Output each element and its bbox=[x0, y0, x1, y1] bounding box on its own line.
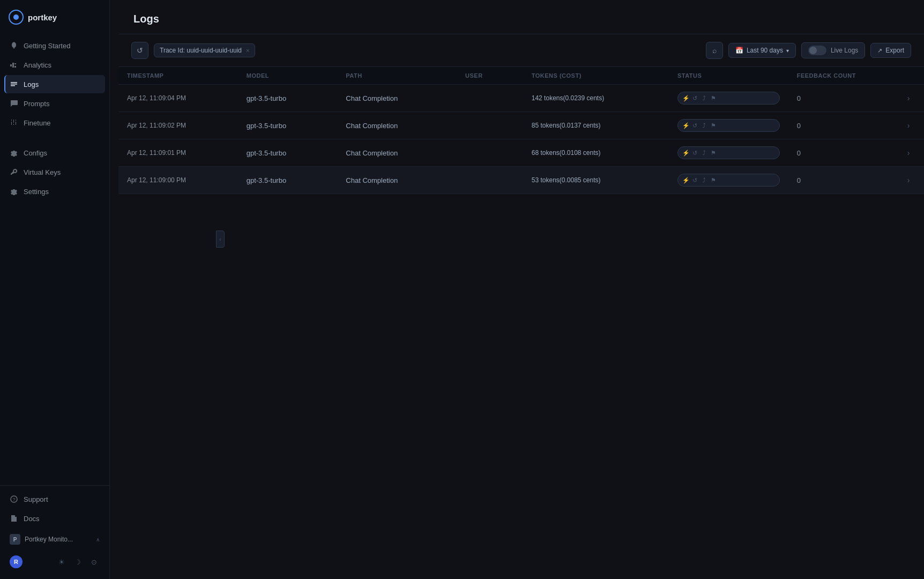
date-range-picker[interactable]: 📅 Last 90 days ▾ bbox=[728, 43, 796, 58]
header-tokens: TOKENS (COST) bbox=[523, 67, 669, 85]
refresh-button[interactable]: ↺ bbox=[131, 42, 148, 59]
row-2-status: ⚡ ↺ ⤴ ⚑ bbox=[669, 139, 788, 167]
sidebar-item-virtual-keys[interactable]: Virtual Keys bbox=[4, 163, 105, 181]
sidebar-bottom: ? Support Docs P Portkey Monito... ∧ R ☀… bbox=[0, 485, 109, 579]
sidebar-item-docs[interactable]: Docs bbox=[4, 509, 105, 528]
workspace-chevron-icon: ∧ bbox=[96, 537, 100, 543]
chevron-right-icon: › bbox=[903, 94, 910, 102]
user-row[interactable]: R ☀ ☽ ⊙ bbox=[4, 551, 105, 573]
filter-close-icon[interactable]: × bbox=[246, 47, 249, 54]
row-2-arrow[interactable]: › bbox=[895, 139, 924, 167]
search-button[interactable]: ⌕ bbox=[706, 42, 723, 59]
table-row[interactable]: Apr 12, 11:09:02 PM gpt-3.5-turbo Chat C… bbox=[118, 112, 924, 139]
row-0-arrow[interactable]: › bbox=[895, 85, 924, 112]
share-icon: ⤴ bbox=[701, 122, 708, 129]
chevron-right-icon: › bbox=[903, 176, 910, 184]
table-row[interactable]: Apr 12, 11:09:04 PM gpt-3.5-turbo Chat C… bbox=[118, 85, 924, 112]
row-1-status: ⚡ ↺ ⤴ ⚑ bbox=[669, 112, 788, 139]
theme-system-icon[interactable]: ⊙ bbox=[88, 556, 100, 568]
row-2-path: Chat Completion bbox=[337, 139, 457, 167]
key-icon bbox=[10, 168, 18, 176]
bolt-icon: ⚡ bbox=[682, 176, 690, 184]
chevron-right-icon: › bbox=[903, 121, 910, 130]
reload-icon: ↺ bbox=[691, 176, 699, 184]
reload-icon: ↺ bbox=[691, 122, 699, 129]
row-0-timestamp: Apr 12, 11:09:04 PM bbox=[118, 85, 238, 112]
share-icon: ⤴ bbox=[701, 176, 708, 184]
flag-icon: ⚑ bbox=[710, 176, 717, 184]
toggle-thumb bbox=[809, 47, 817, 54]
row-2-timestamp: Apr 12, 11:09:01 PM bbox=[118, 139, 238, 167]
row-0-user bbox=[457, 85, 523, 112]
svg-text:?: ? bbox=[13, 497, 16, 502]
row-2-tokens: 68 tokens(0.0108 cents) bbox=[523, 139, 669, 167]
logo-text: portkey bbox=[28, 13, 57, 22]
row-0-path: Chat Completion bbox=[337, 85, 457, 112]
main-content: Logs ↺ Trace Id: uuid-uuid-uuid-uuid × ⌕… bbox=[118, 0, 924, 579]
row-1-arrow[interactable]: › bbox=[895, 112, 924, 139]
header-model: MODEL bbox=[238, 67, 338, 85]
table-row[interactable]: Apr 12, 11:09:00 PM gpt-3.5-turbo Chat C… bbox=[118, 167, 924, 194]
table-header: TIMESTAMP MODEL PATH USER TOKENS (COST) bbox=[118, 67, 924, 85]
sidebar-item-logs[interactable]: Logs bbox=[4, 75, 105, 93]
export-label: Export bbox=[885, 47, 904, 54]
config-icon bbox=[10, 149, 18, 157]
logo[interactable]: portkey bbox=[0, 0, 109, 34]
sidebar-item-settings-label: Settings bbox=[24, 188, 49, 196]
sidebar-collapse-wrapper: ‹ bbox=[110, 0, 118, 579]
sidebar-item-support[interactable]: ? Support bbox=[4, 490, 105, 508]
row-1-path: Chat Completion bbox=[337, 112, 457, 139]
search-icon: ⌕ bbox=[712, 46, 717, 55]
row-0-model: gpt-3.5-turbo bbox=[238, 85, 338, 112]
row-3-user bbox=[457, 167, 523, 194]
sidebar-item-finetune[interactable]: Finetune bbox=[4, 114, 105, 132]
sidebar-collapse-button[interactable]: ‹ bbox=[216, 231, 225, 248]
header-arrow bbox=[895, 67, 924, 85]
theme-moon-icon[interactable]: ☽ bbox=[72, 556, 84, 568]
sidebar-item-configs[interactable]: Configs bbox=[4, 144, 105, 162]
support-icon: ? bbox=[10, 495, 18, 503]
header-timestamp: TIMESTAMP bbox=[118, 67, 238, 85]
sidebar-item-settings[interactable]: Settings bbox=[4, 182, 105, 201]
sidebar-item-analytics[interactable]: Analytics bbox=[4, 56, 105, 74]
status-pill[interactable]: ⚡ ↺ ⤴ ⚑ bbox=[677, 146, 780, 159]
logs-table-container: TIMESTAMP MODEL PATH USER TOKENS (COST) bbox=[118, 67, 924, 579]
table-row[interactable]: Apr 12, 11:09:01 PM gpt-3.5-turbo Chat C… bbox=[118, 139, 924, 167]
workspace-name: Portkey Monito... bbox=[25, 536, 92, 543]
logs-table: TIMESTAMP MODEL PATH USER TOKENS (COST) bbox=[118, 67, 924, 194]
chevron-right-icon: › bbox=[903, 149, 910, 157]
sidebar-item-getting-started[interactable]: Getting Started bbox=[4, 36, 105, 55]
row-1-tokens: 85 tokens(0.0137 cents) bbox=[523, 112, 669, 139]
page-title: Logs bbox=[133, 13, 909, 25]
row-3-path: Chat Completion bbox=[337, 167, 457, 194]
reload-icon: ↺ bbox=[691, 94, 699, 102]
workspace-selector[interactable]: P Portkey Monito... ∧ bbox=[4, 530, 105, 549]
sidebar-item-configs-label: Configs bbox=[24, 149, 47, 157]
row-3-arrow[interactable]: › bbox=[895, 167, 924, 194]
trace-filter-chip[interactable]: Trace Id: uuid-uuid-uuid-uuid × bbox=[154, 43, 255, 57]
chart-icon bbox=[10, 61, 18, 69]
theme-sun-icon[interactable]: ☀ bbox=[56, 556, 68, 568]
status-pill[interactable]: ⚡ ↺ ⤴ ⚑ bbox=[677, 92, 780, 105]
rocket-icon bbox=[10, 41, 18, 50]
sidebar-nav: Getting Started Analytics Logs Prompts F… bbox=[0, 34, 109, 485]
sidebar-item-prompts[interactable]: Prompts bbox=[4, 94, 105, 113]
row-2-feedback: 0 bbox=[788, 139, 895, 167]
row-0-feedback: 0 bbox=[788, 85, 895, 112]
tune-icon bbox=[10, 118, 18, 127]
row-0-tokens: 142 tokens(0.0239 cents) bbox=[523, 85, 669, 112]
live-logs-toggle[interactable]: Live Logs bbox=[801, 42, 865, 58]
row-0-status: ⚡ ↺ ⤴ ⚑ bbox=[669, 85, 788, 112]
row-3-model: gpt-3.5-turbo bbox=[238, 167, 338, 194]
sidebar-item-virtual-keys-label: Virtual Keys bbox=[24, 168, 61, 176]
list-icon bbox=[10, 80, 18, 88]
bolt-icon: ⚡ bbox=[682, 122, 690, 129]
status-pill[interactable]: ⚡ ↺ ⤴ ⚑ bbox=[677, 174, 780, 187]
bolt-icon: ⚡ bbox=[682, 149, 690, 157]
table-body: Apr 12, 11:09:04 PM gpt-3.5-turbo Chat C… bbox=[118, 85, 924, 194]
toggle-track[interactable] bbox=[808, 46, 826, 55]
status-pill[interactable]: ⚡ ↺ ⤴ ⚑ bbox=[677, 119, 780, 132]
chevron-down-icon: ▾ bbox=[786, 48, 789, 54]
row-3-status: ⚡ ↺ ⤴ ⚑ bbox=[669, 167, 788, 194]
export-button[interactable]: ↗ Export bbox=[870, 43, 911, 58]
